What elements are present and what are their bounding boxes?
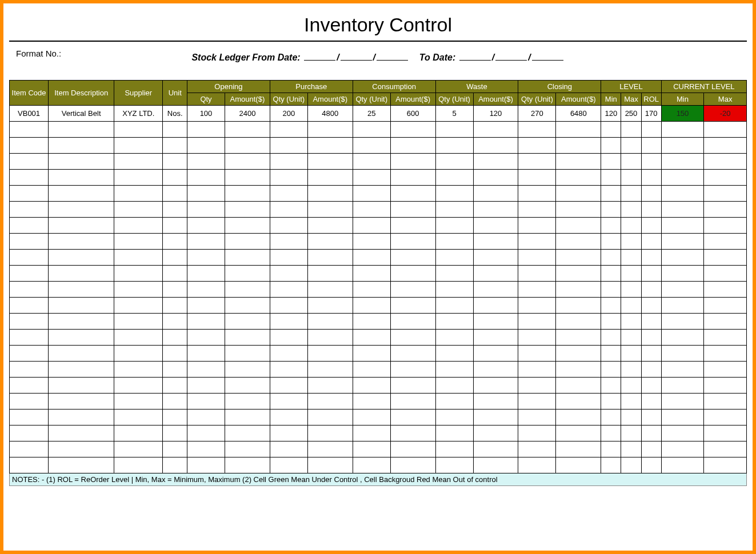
table-cell[interactable] <box>435 330 473 346</box>
table-cell[interactable] <box>163 314 187 330</box>
table-cell[interactable] <box>621 330 641 346</box>
table-cell[interactable] <box>641 425 661 441</box>
table-cell[interactable] <box>270 154 307 170</box>
table-cell[interactable] <box>270 410 307 425</box>
table-cell[interactable] <box>601 394 621 410</box>
table-cell[interactable] <box>225 394 270 410</box>
table-cell[interactable] <box>163 250 187 266</box>
table-cell[interactable] <box>187 425 225 441</box>
table-cell[interactable] <box>704 170 747 186</box>
table-cell[interactable] <box>390 298 435 314</box>
table-cell[interactable] <box>307 314 353 330</box>
table-cell[interactable] <box>10 154 49 170</box>
table-cell[interactable] <box>556 346 601 362</box>
table-cell[interactable] <box>390 346 435 362</box>
table-cell[interactable] <box>49 330 114 346</box>
table-cell[interactable] <box>390 266 435 282</box>
table-cell[interactable] <box>661 154 704 170</box>
table-cell[interactable] <box>10 298 49 314</box>
table-cell[interactable] <box>621 362 641 378</box>
table-cell[interactable] <box>225 154 270 170</box>
table-cell[interactable] <box>390 457 435 473</box>
table-cell[interactable] <box>187 250 225 266</box>
table-cell[interactable] <box>435 186 473 202</box>
table-cell[interactable] <box>621 441 641 457</box>
table-cell[interactable] <box>641 362 661 378</box>
table-cell[interactable] <box>49 170 114 186</box>
table-cell[interactable] <box>621 234 641 250</box>
table-cell[interactable] <box>307 138 353 154</box>
table-cell[interactable] <box>601 170 621 186</box>
table-cell[interactable] <box>473 202 518 218</box>
table-cell[interactable] <box>641 122 661 138</box>
table-cell[interactable] <box>661 362 704 378</box>
table-cell[interactable] <box>435 138 473 154</box>
table-cell[interactable] <box>163 138 187 154</box>
table-cell[interactable] <box>187 170 225 186</box>
table-cell[interactable] <box>187 202 225 218</box>
table-cell[interactable] <box>307 170 353 186</box>
table-cell[interactable] <box>353 122 390 138</box>
table-cell[interactable] <box>353 441 390 457</box>
table-cell[interactable] <box>435 410 473 425</box>
table-cell[interactable] <box>518 298 556 314</box>
table-cell[interactable] <box>601 218 621 234</box>
table-cell[interactable] <box>704 186 747 202</box>
table-cell[interactable] <box>704 298 747 314</box>
table-cell[interactable] <box>307 298 353 314</box>
table-cell[interactable] <box>163 441 187 457</box>
table-cell[interactable] <box>307 154 353 170</box>
table-cell[interactable] <box>390 138 435 154</box>
table-cell[interactable] <box>114 314 163 330</box>
table-cell[interactable] <box>601 314 621 330</box>
table-cell[interactable] <box>390 314 435 330</box>
table-cell[interactable] <box>435 154 473 170</box>
table-cell[interactable] <box>307 266 353 282</box>
table-cell[interactable] <box>390 186 435 202</box>
table-cell[interactable] <box>187 218 225 234</box>
table-cell[interactable] <box>641 154 661 170</box>
table-cell[interactable] <box>641 170 661 186</box>
table-cell[interactable] <box>163 154 187 170</box>
table-cell[interactable] <box>225 330 270 346</box>
table-cell[interactable] <box>187 154 225 170</box>
table-cell[interactable] <box>10 346 49 362</box>
table-cell[interactable] <box>307 378 353 394</box>
table-cell[interactable] <box>270 314 307 330</box>
table-cell[interactable] <box>270 457 307 473</box>
table-cell[interactable] <box>518 202 556 218</box>
table-cell[interactable]: VB001 <box>10 106 49 122</box>
table-cell[interactable] <box>10 138 49 154</box>
table-cell[interactable] <box>556 170 601 186</box>
table-cell[interactable] <box>10 394 49 410</box>
table-cell[interactable] <box>307 394 353 410</box>
table-cell[interactable] <box>473 186 518 202</box>
table-cell[interactable] <box>163 410 187 425</box>
table-cell[interactable]: 4800 <box>307 106 353 122</box>
table-cell[interactable] <box>307 122 353 138</box>
from-date-month[interactable] <box>341 53 372 61</box>
table-cell[interactable] <box>163 457 187 473</box>
table-cell[interactable] <box>473 138 518 154</box>
table-cell[interactable] <box>270 298 307 314</box>
table-cell[interactable] <box>621 154 641 170</box>
table-cell[interactable] <box>114 154 163 170</box>
table-cell[interactable] <box>518 282 556 298</box>
table-cell[interactable] <box>621 282 641 298</box>
table-cell[interactable] <box>225 250 270 266</box>
table-cell[interactable] <box>601 457 621 473</box>
table-cell[interactable] <box>270 282 307 298</box>
table-cell[interactable] <box>473 234 518 250</box>
table-cell[interactable] <box>435 234 473 250</box>
table-cell[interactable] <box>621 266 641 282</box>
table-cell[interactable] <box>704 425 747 441</box>
table-cell[interactable] <box>473 346 518 362</box>
table-cell[interactable] <box>270 378 307 394</box>
table-cell[interactable] <box>187 314 225 330</box>
table-cell[interactable]: 120 <box>473 106 518 122</box>
table-cell[interactable] <box>661 314 704 330</box>
table-cell[interactable] <box>473 394 518 410</box>
table-cell[interactable] <box>621 425 641 441</box>
table-cell[interactable] <box>353 154 390 170</box>
table-cell[interactable] <box>621 138 641 154</box>
